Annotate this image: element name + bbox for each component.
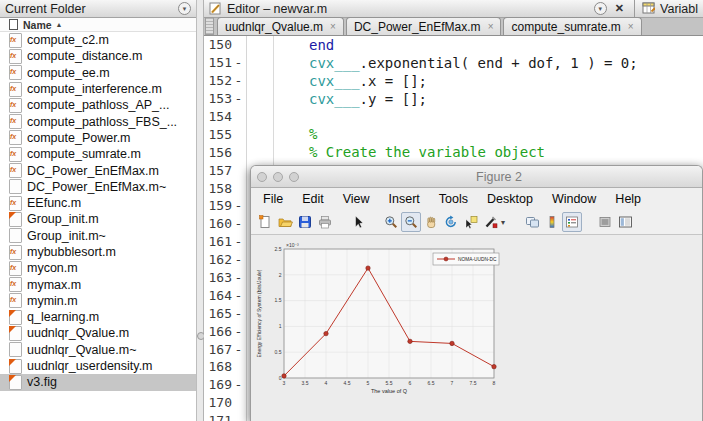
window-minimize-button[interactable]	[273, 172, 283, 182]
matlab-function-icon	[9, 196, 22, 211]
rotate-3d-icon[interactable]	[441, 212, 461, 232]
window-zoom-button[interactable]	[289, 172, 299, 182]
tab-close-icon[interactable]: ×	[628, 21, 634, 32]
list-item[interactable]: mymax.m	[0, 276, 196, 292]
hide-plot-tools-icon[interactable]	[595, 212, 615, 232]
list-item[interactable]: compute_distance.m	[0, 48, 196, 64]
list-item[interactable]: compute_pathloss_AP_...	[0, 97, 196, 113]
menu-window[interactable]: Window	[552, 192, 596, 206]
list-item[interactable]: mybubblesort.m	[0, 244, 196, 260]
menu-view[interactable]: View	[343, 192, 370, 206]
data-cursor-icon[interactable]	[461, 212, 481, 232]
editor-icon	[209, 2, 222, 15]
tab-close-icon[interactable]: ×	[330, 21, 336, 32]
svg-text:The value of Q: The value of Q	[371, 388, 408, 394]
svg-text:5.5: 5.5	[386, 380, 393, 386]
code-line[interactable]: 154	[204, 108, 703, 126]
matlab-function-icon	[9, 293, 22, 308]
list-item[interactable]: q_learning.m	[0, 309, 196, 325]
panel-menu-icon[interactable]: ▼	[178, 2, 191, 15]
panel-menu-icon[interactable]: ▼	[594, 2, 607, 15]
svg-text:NOMA-UUDN-DC: NOMA-UUDN-DC	[458, 257, 497, 262]
matlab-function-icon	[9, 277, 22, 292]
tab-close-icon[interactable]: ×	[488, 21, 494, 32]
svg-text:1: 1	[279, 323, 282, 329]
name-column-header[interactable]: Name ▲	[0, 18, 196, 32]
brush-data-icon[interactable]	[481, 212, 501, 232]
figure-toolbar: ▾	[251, 210, 702, 235]
code-line[interactable]: 156% Create the variable object	[204, 143, 703, 161]
edit-plot-arrow-icon[interactable]	[348, 212, 368, 232]
code-line[interactable]: 153-cvx___.y = [];	[204, 90, 703, 108]
list-item[interactable]: DC_Power_EnEfMax.m	[0, 162, 196, 178]
svg-text:0.5: 0.5	[275, 349, 282, 355]
window-close-button[interactable]	[257, 172, 267, 182]
insert-colorbar-icon[interactable]	[542, 212, 562, 232]
matlab-function-icon	[9, 163, 22, 178]
list-item[interactable]: DC_Power_EnEfMax.m~	[0, 179, 196, 195]
save-figure-icon[interactable]	[295, 212, 315, 232]
list-item[interactable]: mycon.m	[0, 260, 196, 276]
list-item[interactable]: compute_sumrate.m	[0, 146, 196, 162]
list-item[interactable]: compute_ee.m	[0, 65, 196, 81]
menu-desktop[interactable]: Desktop	[487, 192, 533, 206]
current-folder-header: Current Folder ▼	[0, 0, 196, 18]
brush-dropdown-icon[interactable]: ▾	[501, 218, 509, 227]
svg-text:6.5: 6.5	[428, 380, 435, 386]
code-line[interactable]: 152-cvx___.x = [];	[204, 72, 703, 90]
list-item[interactable]: uudnlqr_userdensity.m	[0, 358, 196, 374]
line-chart[interactable]: 33.544.555.566.577.5800.511.522.5×10⁻³Th…	[251, 235, 511, 405]
close-icon[interactable]: ✕	[612, 2, 627, 15]
list-item[interactable]: compute_c2.m	[0, 32, 196, 48]
list-item[interactable]: Group_init.m	[0, 211, 196, 227]
print-figure-icon[interactable]	[315, 212, 335, 232]
gutter-border	[246, 36, 247, 421]
svg-text:1.5: 1.5	[275, 297, 282, 303]
pan-hand-icon[interactable]	[421, 212, 441, 232]
link-plot-icon[interactable]	[522, 212, 542, 232]
open-file-icon[interactable]	[275, 212, 295, 232]
tab-dc-power-enefmax[interactable]: DC_Power_EnEfMax.m×	[346, 17, 502, 35]
show-plot-tools-dock-icon[interactable]	[615, 212, 635, 232]
tab-compute-sumrate[interactable]: compute_sumrate.m×	[503, 17, 641, 35]
list-item[interactable]: uudnlqr_Qvalue.m~	[0, 342, 196, 358]
figure-titlebar[interactable]: Figure 2	[251, 166, 702, 188]
matlab-function-icon	[9, 245, 22, 260]
list-item-selected[interactable]: v3.fig	[0, 374, 196, 390]
zoom-out-icon[interactable]	[401, 212, 421, 232]
list-item[interactable]: compute_pathloss_FBS_...	[0, 113, 196, 129]
sort-ascending-icon: ▲	[56, 21, 63, 28]
list-item[interactable]: Group_init.m~	[0, 228, 196, 244]
tab-list-grip[interactable]	[205, 17, 214, 35]
list-item[interactable]: compute_interference.m	[0, 81, 196, 97]
plain-file-icon	[9, 179, 22, 194]
figure-canvas[interactable]: 33.544.555.566.577.5800.511.522.5×10⁻³Th…	[251, 235, 702, 421]
svg-text:6: 6	[409, 380, 412, 386]
plain-file-icon	[9, 342, 22, 357]
menu-file[interactable]: File	[263, 192, 283, 206]
editor-header: Editor – newvar.m ▼ ✕ Variabl	[204, 0, 703, 18]
svg-text:4.5: 4.5	[344, 380, 351, 386]
svg-text:2.5: 2.5	[275, 246, 282, 252]
menu-edit[interactable]: Edit	[302, 192, 324, 206]
svg-text:Energy Efficiency of System (b: Energy Efficiency of System (bits/Joule)	[256, 269, 262, 357]
tab-uudnlqr-qvalue[interactable]: uudnlqr_Qvalue.m×	[217, 17, 344, 35]
list-item[interactable]: compute_Power.m	[0, 130, 196, 146]
code-line[interactable]: 151-cvx___.exponential( end + dof, 1 ) =…	[204, 54, 703, 72]
editor-tab-bar: uudnlqr_Qvalue.m× DC_Power_EnEfMax.m× co…	[204, 18, 703, 36]
variables-panel-icon	[642, 2, 655, 15]
panel-splitter	[196, 0, 204, 421]
list-item[interactable]: mymin.m	[0, 293, 196, 309]
matlab-script-icon	[9, 212, 22, 227]
menu-help[interactable]: Help	[615, 192, 641, 206]
svg-text:5: 5	[367, 380, 370, 386]
menu-tools[interactable]: Tools	[439, 192, 468, 206]
zoom-in-icon[interactable]	[381, 212, 401, 232]
list-item[interactable]: EEfunc.m	[0, 195, 196, 211]
code-line[interactable]: 150end	[204, 36, 703, 54]
menu-insert[interactable]: Insert	[389, 192, 420, 206]
code-line[interactable]: 155%	[204, 125, 703, 143]
insert-legend-icon[interactable]	[562, 212, 582, 232]
list-item[interactable]: uudnlqr_Qvalue.m	[0, 325, 196, 341]
new-figure-icon[interactable]	[255, 212, 275, 232]
